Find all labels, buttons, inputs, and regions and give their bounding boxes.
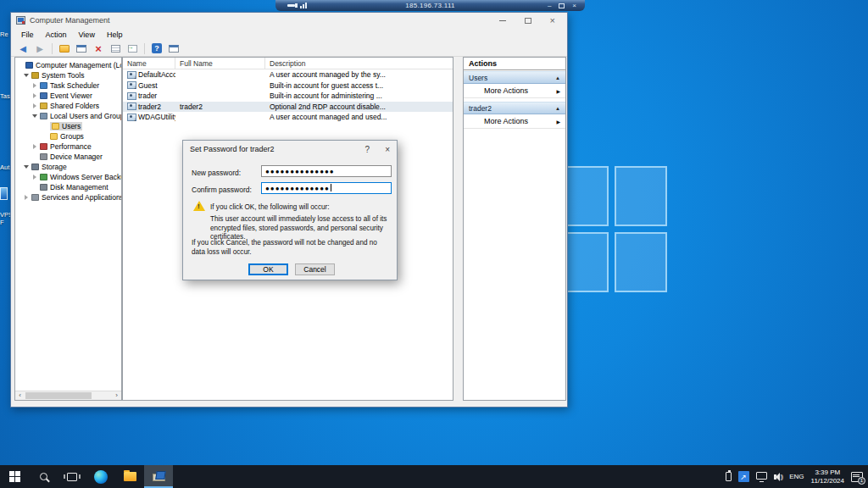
dialog-help-button[interactable]: ? (365, 145, 370, 154)
task-scheduler-icon (40, 82, 47, 89)
confirm-password-input[interactable]: ●●●●●●●●●●●●● (261, 182, 392, 194)
delete-icon[interactable]: × (92, 42, 105, 55)
rdp-restore-button[interactable] (559, 3, 565, 8)
menu-file[interactable]: File (16, 30, 39, 40)
tree-item-event-viewer[interactable]: Event Viewer (15, 91, 121, 101)
tree-item-task-scheduler[interactable]: Task Scheduler (15, 80, 121, 91)
show-console-tree-icon[interactable] (75, 42, 88, 55)
chevron-right-icon[interactable] (33, 103, 36, 108)
dialog-title: Set Password for trader2 (190, 145, 275, 153)
column-header-name[interactable]: Name (123, 58, 175, 69)
tree-item-storage[interactable]: Storage (15, 162, 121, 172)
user-disabled-icon (127, 114, 136, 121)
tree-item-groups[interactable]: Groups (15, 131, 121, 141)
user-row-guest[interactable]: Guest Built-in account for guest access … (123, 80, 453, 92)
tree-item-shared-folders[interactable]: Shared Folders (15, 101, 121, 111)
desktop-icon-label-fragment[interactable]: Re (0, 30, 8, 38)
more-actions-users[interactable]: More Actions ▶ (464, 84, 565, 98)
menu-view[interactable]: View (74, 30, 100, 40)
search-button[interactable] (29, 465, 58, 488)
user-row-trader[interactable]: trader Built-in account for administerin… (123, 91, 453, 102)
column-header-full-name[interactable]: Full Name (175, 58, 265, 69)
tree-item-windows-server-backup[interactable]: Windows Server Backup (15, 172, 121, 182)
rdp-close-button[interactable]: × (572, 3, 576, 9)
display-icon[interactable] (756, 472, 767, 480)
shared-folders-icon (40, 103, 47, 109)
notification-center-icon[interactable]: 1 (851, 472, 863, 482)
chevron-right-icon[interactable] (33, 144, 36, 149)
tree-item-computer-management[interactable]: Computer Management (Local) (15, 60, 121, 70)
chevron-right-icon[interactable] (25, 195, 28, 200)
properties-icon[interactable] (108, 42, 122, 55)
speaker-icon[interactable]: )) (774, 473, 783, 481)
task-view-button[interactable] (58, 465, 86, 488)
chevron-down-icon[interactable] (24, 165, 29, 169)
more-actions-trader2[interactable]: More Actions ▶ (464, 114, 565, 129)
close-button[interactable]: × (550, 16, 555, 25)
clock[interactable]: 3:39 PM 11/12/2024 (811, 469, 844, 485)
tree-item-services-and-applications[interactable]: Services and Applications (15, 192, 121, 202)
dialog-close-button[interactable]: × (385, 145, 390, 154)
forward-icon[interactable]: ▶ (33, 42, 47, 55)
start-button[interactable] (0, 465, 29, 488)
tree-item-disk-management[interactable]: Disk Management (15, 182, 121, 192)
maximize-button[interactable] (525, 18, 531, 24)
computer-management-taskbar-button[interactable] (144, 465, 173, 488)
user-row-trader2[interactable]: trader2 trader2 Optional 2nd RDP account… (123, 102, 453, 113)
event-viewer-icon (40, 92, 47, 99)
column-header-description[interactable]: Description (265, 58, 453, 69)
tree-item-device-manager[interactable]: Device Manager (15, 152, 121, 162)
show-action-pane-icon[interactable] (167, 42, 181, 55)
back-icon[interactable]: ◀ (16, 42, 30, 55)
rdp-connection-bar[interactable]: 185.196.73.111 – × (275, 0, 585, 11)
usb-device-icon[interactable] (726, 472, 732, 481)
actions-section-users[interactable]: Users ▲ (464, 71, 565, 84)
tree-item-system-tools[interactable]: System Tools (15, 70, 121, 80)
user-row-defaultaccount[interactable]: DefaultAcco... A user account managed by… (123, 69, 453, 80)
minimize-button[interactable] (499, 20, 506, 21)
collapse-icon[interactable]: ▲ (555, 75, 560, 80)
edge-button[interactable] (86, 465, 115, 488)
chevron-down-icon[interactable] (24, 74, 29, 77)
scroll-left-arrow[interactable]: ‹ (15, 391, 25, 400)
desktop-icon-label-fragment[interactable]: F (0, 219, 4, 226)
chevron-right-icon[interactable] (33, 93, 36, 98)
help-icon[interactable]: ? (150, 42, 164, 55)
new-password-input[interactable]: ●●●●●●●●●●●●●● (261, 165, 392, 177)
cancel-button[interactable]: Cancel (295, 263, 335, 275)
taskbar: ↗ )) ENG 3:39 PM 11/12/2024 1 (0, 465, 868, 488)
chevron-right-icon[interactable] (33, 175, 36, 180)
scroll-right-arrow[interactable]: › (112, 391, 121, 400)
actions-section-trader2[interactable]: trader2 ▲ (464, 102, 565, 114)
chevron-right-icon[interactable] (33, 83, 36, 88)
user-row-wdagutility[interactable]: WDAGUtility... A user account managed an… (123, 112, 453, 123)
rdp-minimize-button[interactable]: – (548, 3, 551, 9)
user-name: trader2 (138, 103, 161, 111)
tree-item-local-users-and-groups[interactable]: Local Users and Groups (15, 111, 121, 121)
submenu-arrow-icon: ▶ (556, 88, 560, 94)
desktop-shortcut-icon[interactable] (0, 187, 8, 200)
desktop-icon-label-fragment[interactable]: Aut (0, 164, 9, 171)
ok-button[interactable]: OK (248, 263, 288, 275)
window-titlebar[interactable]: Computer Management × (11, 13, 567, 28)
user-name: WDAGUtility... (138, 113, 175, 121)
search-icon (40, 473, 47, 480)
scrollbar-thumb[interactable] (25, 392, 92, 399)
up-folder-icon[interactable] (58, 42, 71, 55)
export-list-icon[interactable] (125, 42, 139, 55)
tree-item-users[interactable]: Users (15, 121, 121, 131)
file-explorer-button[interactable] (115, 465, 144, 488)
menu-help[interactable]: Help (102, 30, 128, 40)
remote-app-icon[interactable]: ↗ (738, 471, 749, 482)
language-indicator[interactable]: ENG (789, 473, 804, 480)
menu-action[interactable]: Action (41, 30, 72, 40)
horizontal-scrollbar[interactable]: ‹ › (15, 391, 121, 400)
tree-item-label: Storage (42, 163, 67, 171)
pin-icon[interactable] (287, 4, 295, 7)
collapse-icon[interactable]: ▲ (555, 106, 560, 111)
dialog-titlebar[interactable]: Set Password for trader2 ? × (183, 141, 397, 158)
tree-item-label: Shared Folders (50, 102, 99, 110)
chevron-down-icon[interactable] (32, 114, 37, 118)
tree-item-performance[interactable]: Performance (15, 141, 121, 152)
folder-icon (52, 123, 59, 130)
